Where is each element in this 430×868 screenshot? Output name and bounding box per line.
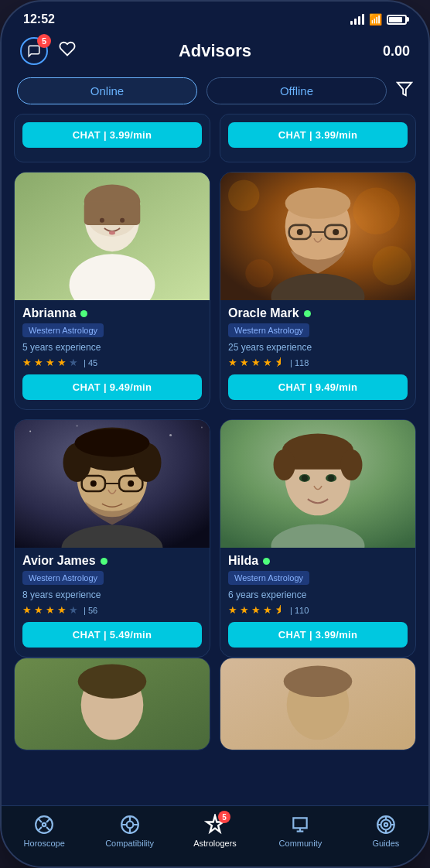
online-filter-button[interactable]: Online (17, 77, 197, 104)
header-left: 5 (20, 37, 76, 65)
advisor-name-hilda: Hilda (228, 554, 258, 568)
content-area: CHAT | 3.99/min CHAT | 3.99/min (2, 114, 428, 819)
balance-display: 0.00 (383, 43, 410, 60)
chat-button-hilda[interactable]: CHAT | 3.99/min (228, 622, 408, 648)
svg-point-7 (100, 218, 104, 223)
star-1: ★ (22, 604, 32, 616)
nav-item-astrologers[interactable]: 5 Astrologers (172, 814, 258, 848)
astrologers-icon: 5 (204, 814, 226, 836)
svg-point-27 (201, 426, 203, 428)
advisor-card-oracle[interactable]: Oracle Mark Western Astrology 25 years e… (220, 172, 416, 410)
star-5: ⯨ (275, 604, 285, 616)
svg-point-58 (126, 822, 133, 829)
time-display: 12:52 (23, 12, 55, 26)
advisor-experience-oracle: 25 years experience (228, 342, 408, 353)
online-status-oracle (304, 310, 311, 317)
star-3: ★ (251, 604, 261, 616)
header: 5 Advisors 0.00 (2, 31, 428, 74)
advisors-grid: Abrianna Western Astrology 5 years exper… (2, 172, 428, 658)
star-3: ★ (46, 604, 55, 616)
star-1: ★ (228, 357, 237, 368)
online-status-avior (101, 558, 108, 565)
advisor-specialty-oracle: Western Astrology (228, 323, 309, 337)
star-1: ★ (228, 604, 237, 616)
advisor-card-abrianna[interactable]: Abrianna Western Astrology 5 years exper… (14, 172, 210, 410)
star-5: ★ (69, 604, 78, 616)
nav-label-compatibility: Compatibility (105, 839, 154, 848)
chat-button-oracle[interactable]: CHAT | 9.49/min (228, 374, 408, 400)
online-status-abrianna (80, 310, 87, 317)
svg-point-52 (78, 665, 147, 699)
star-2: ★ (34, 357, 43, 368)
horoscope-icon (33, 814, 55, 836)
top-chat-row: CHAT | 3.99/min CHAT | 3.99/min (2, 114, 428, 172)
review-count-abrianna: | 45 (84, 358, 97, 367)
status-icons: 📶 (350, 13, 407, 26)
advisor-experience-avior: 8 years experience (22, 589, 202, 600)
battery-icon (387, 15, 407, 25)
advisor-specialty-abrianna: Western Astrology (22, 323, 104, 337)
nav-label-horoscope: Horoscope (24, 839, 65, 848)
signal-icon (350, 14, 364, 25)
review-count-hilda: | 110 (290, 606, 309, 615)
advisor-photo-avior (15, 420, 210, 548)
top-card-1: CHAT | 3.99/min (14, 114, 210, 162)
online-status-hilda (263, 558, 270, 565)
chat-button-abrianna[interactable]: CHAT | 9.49/min (22, 374, 202, 400)
advisor-experience-hilda: 6 years experience (228, 589, 408, 600)
star-1: ★ (22, 357, 32, 368)
phone-frame: 12:52 📶 5 (0, 0, 430, 868)
advisor-photo-abrianna (15, 173, 210, 300)
offline-filter-button[interactable]: Offline (206, 77, 387, 104)
top-chat-button-2[interactable]: CHAT | 3.99/min (228, 122, 408, 148)
svg-point-36 (90, 480, 97, 487)
star-2: ★ (240, 357, 249, 368)
nav-item-community[interactable]: Community (258, 814, 343, 848)
svg-point-12 (353, 188, 399, 234)
filter-icon[interactable] (396, 80, 413, 101)
advisor-name-abrianna: Abrianna (22, 306, 76, 320)
advisor-photo-oracle (220, 173, 415, 300)
advisor-photo-hilda (220, 420, 415, 548)
advisor-stars-hilda: ★ ★ ★ ★ ⯨ | 110 (228, 604, 408, 616)
partial-card-1[interactable] (14, 658, 210, 750)
svg-point-8 (120, 218, 125, 223)
nav-item-guides[interactable]: Guides (343, 814, 428, 848)
svg-marker-0 (398, 83, 411, 96)
svg-point-37 (128, 480, 134, 487)
chat-button-avior[interactable]: CHAT | 5.49/min (22, 622, 202, 648)
svg-point-13 (373, 246, 411, 285)
nav-item-compatibility[interactable]: Compatibility (87, 814, 172, 848)
svg-point-26 (169, 434, 172, 436)
favorites-button[interactable] (59, 40, 76, 62)
filter-row: Online Offline (2, 74, 428, 114)
svg-rect-5 (84, 202, 141, 225)
svg-point-43 (274, 449, 295, 480)
star-4: ★ (263, 604, 272, 616)
svg-point-64 (381, 820, 391, 830)
advisor-card-hilda[interactable]: Hilda Western Astrology 6 years experien… (220, 419, 416, 658)
svg-point-11 (228, 179, 259, 210)
advisor-stars-abrianna: ★ ★ ★ ★ ★ | 45 (22, 357, 202, 368)
svg-point-55 (284, 666, 353, 697)
community-icon (289, 814, 311, 836)
top-card-2: CHAT | 3.99/min (220, 114, 416, 162)
bottom-partial-row (2, 658, 428, 750)
star-4: ★ (57, 357, 67, 368)
advisor-card-avior[interactable]: Avior James Western Astrology 8 years ex… (14, 419, 210, 658)
partial-card-2[interactable] (220, 658, 416, 750)
nav-item-horoscope[interactable]: Horoscope (2, 814, 87, 848)
star-3: ★ (46, 357, 55, 368)
status-bar: 12:52 📶 (2, 2, 428, 31)
svg-point-16 (285, 188, 351, 219)
messages-button[interactable]: 5 (20, 37, 48, 65)
top-chat-button-1[interactable]: CHAT | 3.99/min (22, 122, 202, 148)
compatibility-icon (119, 814, 141, 836)
star-4: ★ (263, 357, 272, 368)
bottom-nav: Horoscope Compatibility (2, 805, 428, 866)
svg-point-21 (333, 229, 339, 235)
svg-point-65 (384, 823, 387, 826)
svg-point-24 (29, 430, 31, 432)
advisor-info-oracle: Oracle Mark Western Astrology 25 years e… (220, 300, 415, 409)
wifi-icon: 📶 (369, 13, 382, 26)
